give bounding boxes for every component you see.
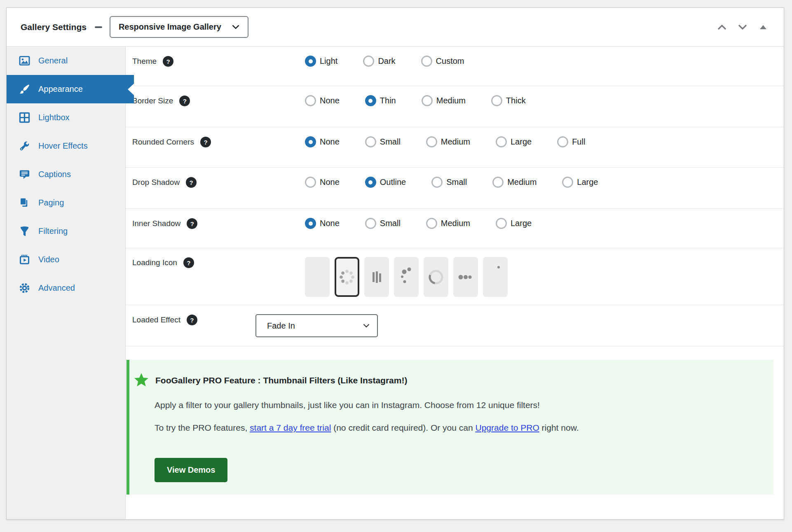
loading-icon-option-ring-spinner[interactable] (424, 257, 448, 297)
radio-label: Small (380, 137, 401, 147)
sidebar-item-captions[interactable]: Captions (7, 160, 125, 189)
three-dots-icon (456, 260, 475, 294)
upgrade-to-pro-link[interactable]: Upgrade to PRO (476, 423, 539, 432)
radio-circle[interactable] (491, 95, 502, 106)
sidebar-item-label: Video (38, 255, 59, 264)
radio-circle[interactable] (365, 218, 376, 229)
radio-circle[interactable] (421, 56, 432, 67)
radio-border-thick[interactable]: Thick (491, 95, 526, 106)
loading-icon-option-dotted-spinner[interactable] (335, 257, 359, 297)
help-icon[interactable]: ? (187, 218, 197, 229)
collapse-panel-button[interactable] (755, 19, 771, 35)
radio-circle[interactable] (557, 136, 568, 147)
gallery-settings-metabox: Gallery Settings Responsive Image Galler… (6, 7, 784, 520)
inner-shadow-radio-group: None Small Medium Large (305, 218, 557, 229)
ring-spinner-icon (426, 260, 445, 294)
radio-circle[interactable] (363, 56, 374, 67)
radio-circle[interactable] (305, 56, 316, 67)
sidebar-item-filtering[interactable]: Filtering (7, 217, 125, 245)
help-icon[interactable]: ? (179, 96, 190, 106)
radio-rounded-full[interactable]: Full (557, 136, 585, 147)
loaded-effect-select[interactable]: Fade In (255, 314, 378, 337)
radio-circle[interactable] (365, 95, 376, 106)
theme-radio-group: Light Dark Custom (305, 56, 490, 67)
radio-circle[interactable] (562, 177, 573, 188)
radio-label: None (320, 137, 340, 147)
radio-dropshadow-large[interactable]: Large (562, 177, 598, 188)
loading-icon-option-trail-dots[interactable] (394, 257, 419, 297)
radio-dropshadow-outline[interactable]: Outline (365, 177, 406, 188)
radio-border-medium[interactable]: Medium (422, 95, 466, 106)
radio-theme-light[interactable]: Light (305, 56, 337, 67)
pro-trial-text-before: To try the PRO features, (155, 423, 250, 432)
move-up-icon (717, 24, 726, 30)
speech-bubble-icon (19, 169, 30, 180)
loading-icon-option-none[interactable] (305, 257, 330, 297)
sidebar-item-paging[interactable]: Paging (7, 189, 125, 217)
radio-label: Thick (506, 96, 526, 105)
radio-innershadow-small[interactable]: Small (365, 218, 401, 229)
radio-label: Large (511, 219, 532, 228)
radio-label: Small (446, 177, 467, 187)
sidebar-item-label: Appearance (38, 84, 83, 94)
radio-dropshadow-medium[interactable]: Medium (492, 177, 537, 188)
radio-label: Medium (507, 177, 537, 187)
radio-theme-custom[interactable]: Custom (421, 56, 464, 67)
help-icon[interactable]: ? (186, 177, 197, 188)
radio-rounded-small[interactable]: Small (365, 136, 401, 147)
sidebar-item-label: Advanced (38, 283, 75, 293)
sidebar-item-general[interactable]: General (7, 47, 125, 75)
loading-icon-option-three-dots[interactable] (453, 257, 478, 297)
radio-circle[interactable] (305, 177, 316, 188)
radio-circle[interactable] (365, 136, 376, 147)
pro-feature-description: Apply a filter to your gallery thumbnail… (155, 399, 740, 411)
move-up-button[interactable] (714, 19, 730, 35)
radio-circle[interactable] (426, 218, 437, 229)
radio-circle[interactable] (496, 218, 507, 229)
radio-circle[interactable] (431, 177, 443, 188)
radio-innershadow-medium[interactable]: Medium (426, 218, 470, 229)
free-trial-link[interactable]: start a 7 day free trial (250, 423, 331, 432)
radio-theme-dark[interactable]: Dark (363, 56, 395, 67)
loading-icon-options (305, 257, 508, 297)
radio-dropshadow-none[interactable]: None (305, 177, 340, 188)
radio-border-thin[interactable]: Thin (365, 95, 396, 106)
radio-circle[interactable] (422, 95, 433, 106)
help-icon[interactable]: ? (183, 257, 194, 268)
sidebar-item-lightbox[interactable]: Lightbox (7, 103, 125, 132)
radio-circle[interactable] (426, 136, 437, 147)
radio-rounded-none[interactable]: None (305, 136, 340, 147)
radio-rounded-large[interactable]: Large (496, 136, 532, 147)
collapse-dash-button[interactable] (92, 21, 105, 33)
pro-feature-promo: FooGallery PRO Feature : Thumbnail Filte… (127, 360, 773, 495)
border-size-radio-group: None Thin Medium Thick (305, 95, 551, 106)
sidebar-item-appearance[interactable]: Appearance (7, 75, 134, 103)
radio-border-none[interactable]: None (305, 95, 340, 106)
radio-circle[interactable] (492, 177, 504, 188)
radio-circle[interactable] (305, 218, 316, 229)
loading-icon-option-bars[interactable] (364, 257, 389, 297)
help-icon[interactable]: ? (200, 137, 211, 147)
help-icon[interactable]: ? (187, 315, 197, 325)
radio-label: Medium (441, 219, 470, 228)
radio-circle[interactable] (365, 177, 376, 188)
gear-icon (19, 282, 30, 294)
radio-circle[interactable] (496, 136, 507, 147)
setting-label: Border Size (132, 96, 173, 105)
sidebar-item-advanced[interactable]: Advanced (7, 274, 125, 302)
setting-label: Inner Shadow (132, 219, 180, 228)
loading-icon-option-pulse-dot[interactable] (483, 257, 508, 297)
radio-circle[interactable] (305, 95, 316, 106)
help-icon[interactable]: ? (163, 56, 173, 67)
radio-innershadow-none[interactable]: None (305, 218, 340, 229)
radio-circle[interactable] (305, 136, 316, 147)
radio-innershadow-large[interactable]: Large (496, 218, 532, 229)
move-down-button[interactable] (734, 19, 751, 35)
sidebar-item-hover-effects[interactable]: Hover Effects (7, 132, 125, 160)
radio-rounded-medium[interactable]: Medium (426, 136, 470, 147)
view-demos-button[interactable]: View Demos (155, 458, 227, 482)
sidebar-item-video[interactable]: Video (7, 245, 125, 274)
gallery-template-dropdown[interactable]: Responsive Image Gallery (110, 16, 248, 38)
radio-dropshadow-small[interactable]: Small (431, 177, 467, 188)
setting-label: Loaded Effect (132, 315, 180, 324)
